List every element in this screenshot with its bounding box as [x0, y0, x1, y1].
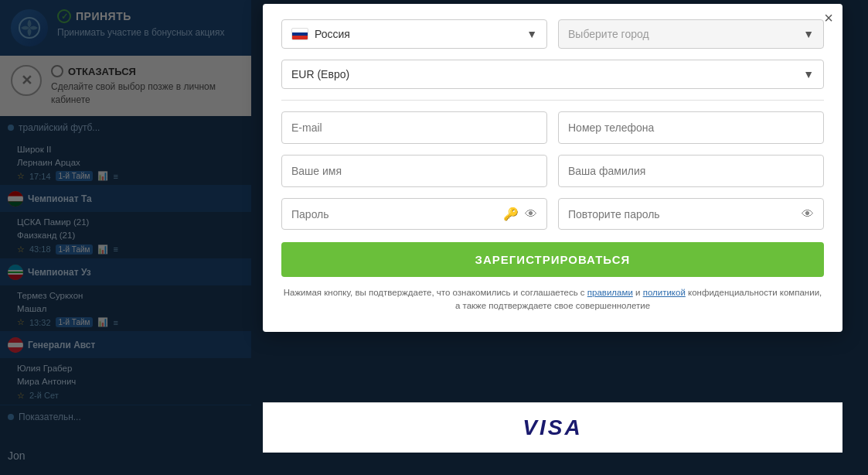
- confirm-password-field-wrap: 👁: [558, 198, 824, 230]
- flag-russia: [291, 28, 308, 40]
- currency-chevron-icon: ▼: [803, 68, 814, 80]
- visa-section: VISA: [263, 402, 842, 453]
- city-select[interactable]: Выберите город ▼: [558, 19, 824, 49]
- key-icon: 🔑: [503, 207, 519, 221]
- email-input[interactable]: [281, 111, 547, 144]
- visa-label: VISA: [523, 415, 582, 439]
- terms-text: Нажимая кнопку, вы подтверждаете, что оз…: [281, 286, 824, 313]
- register-button[interactable]: ЗАРЕГИСТРИРОВАТЬСЯ: [281, 242, 824, 277]
- eye-icon[interactable]: 👁: [525, 207, 537, 221]
- phone-input[interactable]: [558, 111, 824, 144]
- currency-select[interactable]: EUR (Евро) ▼: [281, 60, 824, 89]
- form-divider: [281, 100, 824, 101]
- country-city-row: Россия ▼ Выберите город ▼: [281, 19, 824, 49]
- modal-close-button[interactable]: ×: [824, 10, 833, 26]
- eye-icon-2[interactable]: 👁: [802, 207, 814, 221]
- terms-rules-link[interactable]: правилами: [587, 288, 633, 297]
- firstname-input[interactable]: [281, 155, 547, 187]
- email-phone-row: [281, 111, 824, 144]
- currency-label: EUR (Евро): [291, 68, 349, 80]
- currency-row: EUR (Евро) ▼: [281, 60, 824, 89]
- city-chevron-icon: ▼: [803, 28, 814, 40]
- registration-modal: × Россия ▼ Выберите город ▼ EUR (Евро) ▼: [263, 4, 842, 332]
- country-label: Россия: [315, 28, 350, 40]
- lastname-input[interactable]: [558, 155, 824, 187]
- city-placeholder: Выберите город: [568, 28, 649, 40]
- country-select[interactable]: Россия ▼: [281, 19, 547, 49]
- confirm-password-input[interactable]: [568, 208, 802, 220]
- name-row: [281, 155, 824, 187]
- password-input[interactable]: [291, 208, 503, 220]
- password-field-wrap: 🔑 👁: [281, 198, 547, 230]
- country-chevron-icon: ▼: [526, 28, 537, 40]
- password-row: 🔑 👁 👁: [281, 198, 824, 230]
- terms-policy-link[interactable]: политикой: [643, 288, 686, 297]
